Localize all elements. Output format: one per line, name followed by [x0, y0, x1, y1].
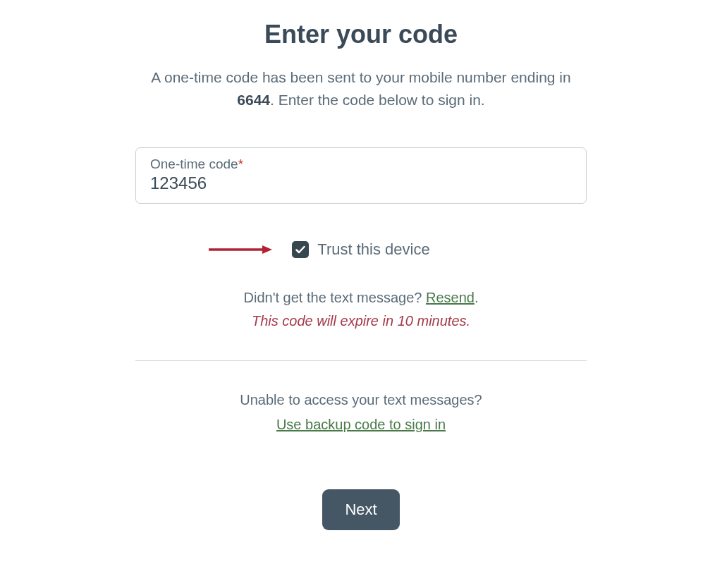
svg-marker-1	[262, 245, 272, 254]
required-asterisk: *	[238, 157, 243, 171]
code-input[interactable]	[150, 173, 572, 193]
arrow-annotation-icon	[209, 245, 272, 255]
code-label-text: One-time code	[150, 157, 238, 171]
resend-link[interactable]: Resend	[426, 290, 475, 305]
unable-text: Unable to access your text messages?	[135, 392, 587, 408]
instruction-text: A one-time code has been sent to your mo…	[135, 66, 587, 111]
trust-device-checkbox[interactable]	[292, 241, 309, 258]
next-button[interactable]: Next	[322, 489, 399, 530]
resend-row: Didn't get the text message? Resend.	[135, 290, 587, 306]
backup-code-link[interactable]: Use backup code to sign in	[276, 417, 446, 433]
expiry-warning: This code will expire in 10 minutes.	[135, 313, 587, 329]
page-title: Enter your code	[135, 20, 587, 49]
resend-suffix: .	[475, 290, 479, 305]
trust-device-label: Trust this device	[317, 240, 429, 259]
instruction-prefix: A one-time code has been sent to your mo…	[151, 69, 570, 85]
instruction-suffix: . Enter the code below to sign in.	[270, 92, 485, 108]
trust-device-row: Trust this device	[135, 240, 587, 259]
code-input-label: One-time code*	[150, 157, 572, 172]
code-input-container[interactable]: One-time code*	[135, 147, 587, 204]
checkmark-icon	[295, 244, 306, 255]
phone-last4: 6644	[237, 92, 270, 108]
section-divider	[135, 360, 587, 361]
otp-entry-panel: Enter your code A one-time code has been…	[135, 0, 587, 588]
resend-prefix: Didn't get the text message?	[244, 290, 426, 305]
